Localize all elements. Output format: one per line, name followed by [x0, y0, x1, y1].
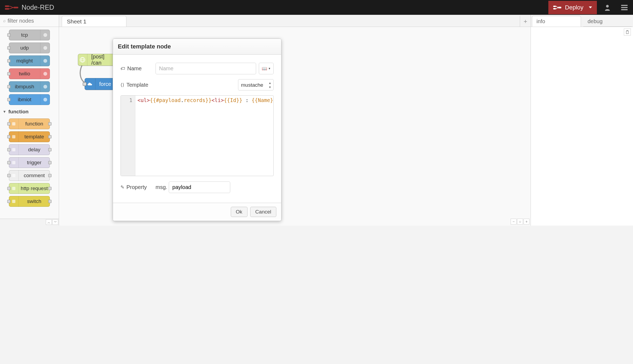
svg-rect-19 [12, 200, 15, 203]
sidebar-tab-debug[interactable]: debug [583, 16, 632, 27]
palette-collapse-button[interactable]: ︽ [46, 219, 52, 225]
ok-button[interactable]: Ok [231, 207, 247, 217]
palette-port [7, 85, 11, 88]
zoom-out-button[interactable]: − [511, 219, 517, 225]
palette-node-label: delay [19, 147, 50, 153]
template-label: ⟨⟩ Template [121, 82, 156, 88]
canvas-node-label: force [95, 81, 115, 87]
palette-port [7, 161, 11, 164]
palette-node-mqlight[interactable]: mqlight [9, 55, 50, 66]
palette-port [7, 148, 11, 151]
zoom-reset-button[interactable]: ○ [517, 219, 523, 225]
palette-port [48, 161, 51, 164]
palette-port [48, 174, 51, 177]
add-tab-button[interactable]: ＋ [520, 16, 531, 27]
svg-rect-5 [558, 7, 561, 8]
palette-node-udp[interactable]: udp [9, 43, 50, 53]
tag-icon: 🏷 [121, 66, 125, 71]
svg-rect-0 [5, 5, 9, 7]
palette-node-label: comment [19, 173, 50, 178]
svg-rect-16 [12, 161, 15, 164]
name-input[interactable] [156, 63, 256, 74]
palette-node-label: mqlight [9, 58, 40, 64]
zoom-in-button[interactable]: + [524, 219, 529, 225]
svg-point-12 [43, 98, 47, 102]
palette-port [7, 187, 11, 190]
globe-icon [78, 54, 87, 66]
caret-down-icon [589, 6, 592, 8]
palette-port [7, 98, 11, 101]
palette-node-comment[interactable]: comment [9, 170, 50, 181]
node-input-port[interactable] [83, 82, 87, 86]
palette-search[interactable]: ⌕ [0, 15, 59, 27]
svg-rect-13 [12, 122, 15, 125]
cancel-button[interactable]: Cancel [250, 207, 276, 217]
palette-category-function[interactable]: ▸function [0, 106, 59, 117]
svg-point-7 [43, 33, 47, 37]
canvas-node-http-in[interactable]: [post] /can [78, 54, 117, 66]
editor-content[interactable]: <ul>{{#payload.records}}<li>{{Id}} : {{N… [135, 96, 273, 176]
palette-port [7, 46, 11, 50]
editor-gutter: 1 [121, 96, 135, 176]
deploy-icon [553, 5, 561, 10]
palette-port [7, 122, 11, 125]
deploy-button[interactable]: Deploy [548, 1, 597, 14]
palette-node-label: template [19, 134, 50, 140]
property-label: ✎ Property [121, 184, 156, 190]
canvas-node-force[interactable]: force [85, 78, 117, 90]
user-menu-button[interactable] [599, 0, 616, 15]
property-input[interactable] [169, 181, 230, 193]
doc-dropdown-button[interactable]: 📖 ▼ [259, 63, 274, 74]
deploy-label: Deploy [565, 4, 583, 11]
palette-port [48, 187, 51, 190]
bars-icon [621, 5, 628, 10]
palette-node-http-request[interactable]: http request [9, 183, 50, 194]
palette-node-label: udp [9, 45, 40, 51]
svg-rect-15 [12, 148, 15, 151]
dialog-footer: Ok Cancel [113, 203, 281, 221]
name-label: 🏷 Name [121, 65, 156, 72]
palette-port [48, 148, 51, 151]
sidebar-tab-info[interactable]: info [532, 16, 581, 27]
svg-rect-2 [13, 7, 18, 8]
palette-node-label: ibmiot [9, 97, 40, 103]
nodered-logo-icon [5, 4, 18, 11]
canvas-zoom-controls: − ○ + [510, 218, 531, 226]
caret-down-icon: ▼ [268, 67, 271, 70]
svg-rect-1 [5, 8, 9, 10]
template-format-select[interactable]: mustache [238, 79, 274, 90]
search-icon: ⌕ [3, 18, 6, 23]
palette-node-trigger[interactable]: trigger [9, 157, 50, 168]
palette-node-twilio[interactable]: twilio [9, 68, 50, 79]
palette-node-ibmiot[interactable]: ibmiot [9, 94, 50, 105]
filter-nodes-input[interactable] [8, 18, 56, 24]
app-header: Node-RED Deploy [0, 0, 633, 15]
svg-point-10 [43, 72, 47, 76]
palette-expand-button[interactable]: ︾ [52, 219, 58, 225]
sidebar-tabs: info debug [531, 15, 633, 27]
palette-node-ibmpush[interactable]: ibmpush [9, 81, 50, 92]
node-type-icon [40, 55, 50, 66]
clear-debug-button[interactable] [624, 29, 631, 36]
trash-icon [626, 30, 629, 34]
palette-node-label: tcp [9, 32, 40, 38]
palette-port [7, 200, 11, 203]
svg-rect-3 [553, 6, 556, 7]
main-menu-button[interactable] [616, 0, 633, 15]
palette-node-label: ibmpush [9, 84, 40, 90]
palette-node-list: tcpudpmqlighttwilioibmpushibmiot▸functio… [0, 27, 59, 219]
node-type-icon [40, 94, 50, 105]
template-editor[interactable]: 1 <ul>{{#payload.records}}<li>{{Id}} : {… [121, 95, 274, 176]
palette-port [48, 200, 51, 203]
palette-node-tcp[interactable]: tcp [9, 30, 50, 40]
palette-port [7, 72, 11, 75]
palette-node-label: http request [19, 186, 50, 191]
palette-node-template[interactable]: template [9, 131, 50, 142]
workspace-tab-sheet1[interactable]: Sheet 1 [62, 16, 126, 27]
palette-sidebar: ⌕ tcpudpmqlighttwilioibmpushibmiot▸funct… [0, 15, 59, 226]
palette-node-switch[interactable]: switch [9, 196, 50, 207]
palette-node-label: switch [19, 198, 50, 204]
chevron-down-icon: ▸ [3, 111, 7, 113]
palette-node-delay[interactable]: delay [9, 144, 50, 155]
palette-node-function[interactable]: function [9, 118, 50, 129]
